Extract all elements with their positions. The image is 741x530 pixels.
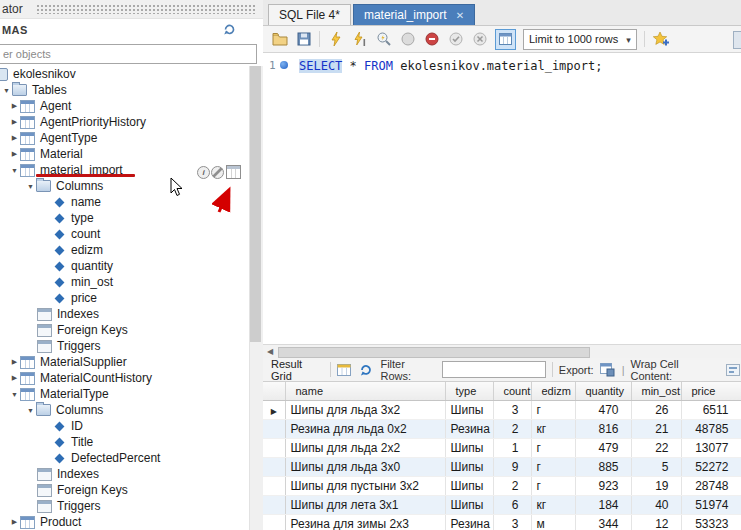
row-selector-header[interactable] <box>263 382 285 401</box>
row-selector[interactable] <box>263 439 285 458</box>
tree-item-table-materialcounthistory[interactable]: MaterialCountHistory <box>0 370 248 386</box>
sql-code-editor[interactable]: 1 SELECT * FROM ekolesnikov.material_imp… <box>263 53 741 344</box>
tree-item-indexes[interactable]: Indexes <box>0 306 248 322</box>
collapse-arrow-icon[interactable] <box>1 87 12 94</box>
cell-count[interactable]: 9 <box>493 458 531 477</box>
cell-count[interactable]: 2 <box>493 420 531 439</box>
scroll-left-icon[interactable] <box>263 345 277 358</box>
collapse-arrow-icon[interactable] <box>9 391 20 398</box>
tree-item-table-materialtype[interactable]: MaterialType <box>0 386 248 402</box>
cell-edizm[interactable]: кг <box>531 420 575 439</box>
cell-price[interactable]: 6511 <box>681 401 741 420</box>
execute-current-icon[interactable] <box>351 31 368 48</box>
tree-item-table-material[interactable]: Material <box>0 146 248 162</box>
stop-on-error-icon[interactable] <box>423 31 440 48</box>
panel-grip-texture[interactable] <box>36 4 255 14</box>
row-selector[interactable] <box>263 477 285 496</box>
row-selector[interactable] <box>263 515 285 530</box>
cell-min-ost[interactable]: 12 <box>631 515 681 530</box>
tree-item-column-type[interactable]: type <box>0 210 248 226</box>
cell-quantity[interactable]: 344 <box>575 515 631 530</box>
cell-edizm[interactable]: кг <box>531 496 575 515</box>
open-file-icon[interactable] <box>271 31 288 48</box>
cell-count[interactable]: 1 <box>493 439 531 458</box>
tree-item-column-title[interactable]: Title <box>0 434 248 450</box>
cell-type[interactable]: Шипы <box>445 477 493 496</box>
tree-item-column-price[interactable]: price <box>0 290 248 306</box>
column-header-quantity[interactable]: quantity <box>575 382 631 401</box>
table-row[interactable]: Шипы для пустыни 3x2Шипы2г9231928748 <box>263 477 741 496</box>
refresh-grid-icon[interactable] <box>358 362 374 377</box>
save-icon[interactable] <box>295 31 312 48</box>
navigator-scrollbar-thumb[interactable] <box>250 66 261 342</box>
cell-name[interactable]: Резина для зимы 2x3 <box>285 515 445 530</box>
cell-name[interactable]: Шипы для пустыни 3x2 <box>285 477 445 496</box>
tab-sql-file-4[interactable]: SQL File 4* <box>268 4 351 25</box>
column-header-edizm[interactable]: edizm <box>531 382 575 401</box>
explain-icon[interactable] <box>375 31 392 48</box>
cell-count[interactable]: 6 <box>493 496 531 515</box>
cell-count[interactable]: 3 <box>493 401 531 420</box>
expand-arrow-icon[interactable] <box>9 358 20 366</box>
tree-item-triggers[interactable]: Triggers <box>0 338 248 354</box>
cell-price[interactable]: 48785 <box>681 420 741 439</box>
cell-name[interactable]: Шипы для лета 3x1 <box>285 496 445 515</box>
tree-item-table-materialsupplier[interactable]: MaterialSupplier <box>0 354 248 370</box>
table-row[interactable]: Шипы для лета 3x1Шипы6кг1844051974 <box>263 496 741 515</box>
close-tab-icon[interactable] <box>456 10 464 21</box>
table-info-icon[interactable] <box>197 166 210 179</box>
cell-edizm[interactable]: м <box>531 515 575 530</box>
cell-edizm[interactable]: г <box>531 401 575 420</box>
cell-price[interactable]: 13077 <box>681 439 741 458</box>
cell-min-ost[interactable]: 22 <box>631 439 681 458</box>
tree-item-foreign-keys[interactable]: Foreign Keys <box>0 482 248 498</box>
cell-type[interactable]: Шипы <box>445 401 493 420</box>
toggle-limit-icon[interactable] <box>495 29 516 50</box>
tab-material-import[interactable]: material_import <box>353 4 475 25</box>
table-row[interactable]: Шипы для льда 3x2Шипы3г470266511 <box>263 401 741 420</box>
sql-statement[interactable]: SELECT * FROM ekolesnikov.material_impor… <box>299 59 602 73</box>
table-row[interactable]: Резина для льда 0x2Резина2кг8162148785 <box>263 420 741 439</box>
tree-item-column-edizm[interactable]: edizm <box>0 242 248 258</box>
cell-edizm[interactable]: г <box>531 458 575 477</box>
cell-name[interactable]: Резина для льда 0x2 <box>285 420 445 439</box>
tree-item-table-agent[interactable]: Agent <box>0 98 248 114</box>
table-row[interactable]: Резина для зимы 2x3Резина3м3441253323 <box>263 515 741 530</box>
refresh-schemas-icon[interactable] <box>222 22 237 37</box>
row-selector[interactable] <box>263 458 285 477</box>
tree-item-table-product[interactable]: Product <box>0 514 248 530</box>
expand-arrow-icon[interactable] <box>9 150 20 158</box>
tree-item-column-quantity[interactable]: quantity <box>0 258 248 274</box>
cell-quantity[interactable]: 923 <box>575 477 631 496</box>
scrollbar-thumb[interactable] <box>278 347 590 358</box>
cell-price[interactable]: 52272 <box>681 458 741 477</box>
cell-edizm[interactable]: г <box>531 477 575 496</box>
cell-price[interactable]: 53323 <box>681 515 741 530</box>
tree-item-table-agenttype[interactable]: AgentType <box>0 130 248 146</box>
tree-item-column-defectedpercent[interactable]: DefectedPercent <box>0 450 248 466</box>
cell-type[interactable]: Резина <box>445 420 493 439</box>
cell-quantity[interactable]: 470 <box>575 401 631 420</box>
table-row[interactable]: Шипы для льда 3x0Шипы9г885552272 <box>263 458 741 477</box>
collapse-arrow-icon[interactable] <box>25 183 36 190</box>
expand-arrow-icon[interactable] <box>9 118 20 126</box>
tree-item-indexes[interactable]: Indexes <box>0 466 248 482</box>
rollback-icon[interactable] <box>471 31 488 48</box>
row-selector[interactable] <box>263 496 285 515</box>
cell-min-ost[interactable]: 5 <box>631 458 681 477</box>
cell-price[interactable]: 28748 <box>681 477 741 496</box>
execute-icon[interactable] <box>327 31 344 48</box>
cell-name[interactable]: Шипы для льда 2x2 <box>285 439 445 458</box>
filter-rows-input[interactable] <box>442 361 546 378</box>
tree-item-columns-folder[interactable]: Columns <box>0 402 248 418</box>
limit-rows-dropdown[interactable]: Limit to 1000 rows <box>523 29 637 50</box>
table-row[interactable]: Шипы для льда 2x2Шипы1г4792213077 <box>263 439 741 458</box>
column-header-min-ost[interactable]: min_ost <box>631 382 681 401</box>
export-icon[interactable] <box>600 362 616 377</box>
cell-min-ost[interactable]: 40 <box>631 496 681 515</box>
cell-quantity[interactable]: 885 <box>575 458 631 477</box>
expand-arrow-icon[interactable] <box>9 102 20 110</box>
row-selector[interactable] <box>263 420 285 439</box>
cell-edizm[interactable]: г <box>531 439 575 458</box>
editor-horizontal-scrollbar[interactable] <box>263 344 741 358</box>
